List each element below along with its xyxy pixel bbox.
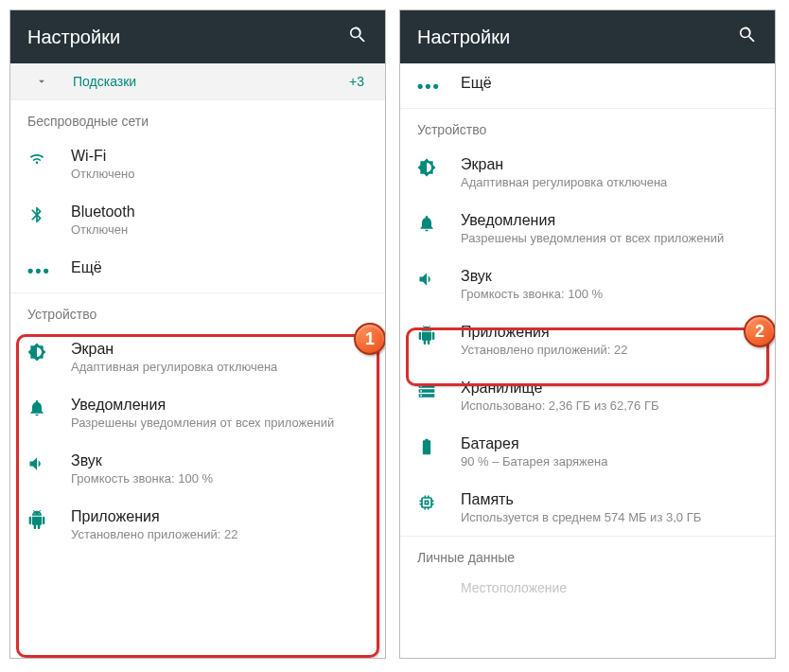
section-device: Устройство xyxy=(400,109,775,145)
display-title: Экран xyxy=(71,341,368,358)
brightness-icon xyxy=(27,341,61,362)
battery-icon xyxy=(417,435,451,456)
android-icon xyxy=(417,324,451,345)
storage-sub: Использовано: 2,36 ГБ из 62,76 ГБ xyxy=(461,398,758,413)
wifi-item[interactable]: Wi-Fi Отключено xyxy=(10,136,385,192)
wifi-sub: Отключено xyxy=(71,167,368,181)
chevron-down-icon xyxy=(31,75,52,88)
apps-title: Приложения xyxy=(71,508,368,525)
search-icon[interactable] xyxy=(347,25,368,49)
sound-sub: Громкость звонка: 100 % xyxy=(461,287,758,301)
battery-item[interactable]: Батарея 90 % – Батарея заряжена xyxy=(400,424,775,480)
display-item[interactable]: Экран Адаптивная регулировка отключена xyxy=(10,329,385,385)
storage-icon xyxy=(417,380,451,400)
hints-row[interactable]: Подсказки +3 xyxy=(10,63,385,100)
memory-icon xyxy=(417,491,451,512)
display-item[interactable]: Экран Адаптивная регулировка отключена xyxy=(400,145,775,201)
battery-title: Батарея xyxy=(461,435,758,452)
display-title: Экран xyxy=(461,156,758,173)
page-title: Настройки xyxy=(27,27,120,48)
badge-2: 2 xyxy=(744,315,775,347)
notifications-sub: Разрешены уведомления от всех приложений xyxy=(71,416,368,430)
notifications-title: Уведомления xyxy=(71,397,368,414)
hints-count: +3 xyxy=(349,74,364,89)
sound-title: Звук xyxy=(461,268,758,285)
more-title: Ещё xyxy=(461,75,758,92)
page-title: Настройки xyxy=(417,27,510,48)
memory-sub: Используется в среднем 574 МБ из 3,0 ГБ xyxy=(461,510,758,524)
apps-sub: Установлено приложений: 22 xyxy=(71,527,368,541)
bell-icon xyxy=(417,212,451,233)
storage-item[interactable]: Хранилище Использовано: 2,36 ГБ из 62,76… xyxy=(400,368,775,424)
more-icon: ••• xyxy=(27,259,61,281)
hints-label: Подсказки xyxy=(73,74,349,89)
more-icon: ••• xyxy=(417,75,451,97)
sound-item[interactable]: Звук Громкость звонка: 100 % xyxy=(400,256,775,312)
location-cutoff: Местоположение xyxy=(400,573,775,595)
more-title: Ещё xyxy=(71,259,368,276)
search-icon[interactable] xyxy=(737,25,758,49)
bluetooth-item[interactable]: Bluetooth Отключен xyxy=(10,192,385,248)
sound-title: Звук xyxy=(71,452,368,469)
wifi-title: Wi-Fi xyxy=(71,148,368,165)
apps-title: Приложения xyxy=(461,324,758,341)
display-sub: Адаптивная регулировка отключена xyxy=(71,360,368,374)
section-wireless: Беспроводные сети xyxy=(10,100,385,136)
settings-panel-right: Настройки ••• Ещё Устройство Экран xyxy=(399,9,776,659)
badge-1: 1 xyxy=(354,323,385,355)
display-sub: Адаптивная регулировка отключена xyxy=(461,175,758,189)
section-device: Устройство xyxy=(10,293,385,329)
notifications-sub: Разрешены уведомления от всех приложений xyxy=(461,231,758,245)
sound-sub: Громкость звонка: 100 % xyxy=(71,471,368,486)
settings-panel-left: Настройки Подсказки +3 Беспроводные сети xyxy=(9,9,386,659)
memory-item[interactable]: Память Используется в среднем 574 МБ из … xyxy=(400,480,775,536)
notifications-item[interactable]: Уведомления Разрешены уведомления от все… xyxy=(10,385,385,441)
app-bar: Настройки xyxy=(10,10,385,63)
bluetooth-title: Bluetooth xyxy=(71,203,368,221)
sound-item[interactable]: Звук Громкость звонка: 100 % xyxy=(10,441,385,497)
storage-title: Хранилище xyxy=(461,380,758,397)
apps-item[interactable]: Приложения Установлено приложений: 22 xyxy=(400,312,775,368)
bluetooth-icon xyxy=(27,203,61,224)
notifications-title: Уведомления xyxy=(461,212,758,229)
app-bar: Настройки xyxy=(400,10,775,63)
android-icon xyxy=(27,508,61,529)
apps-item[interactable]: Приложения Установлено приложений: 22 xyxy=(10,497,385,553)
more-item[interactable]: ••• Ещё xyxy=(10,248,385,292)
more-item[interactable]: ••• Ещё xyxy=(400,63,775,108)
wifi-icon xyxy=(27,148,61,168)
apps-sub: Установлено приложений: 22 xyxy=(461,343,758,357)
volume-icon xyxy=(417,268,451,289)
section-personal: Личные данные xyxy=(400,537,775,573)
bell-icon xyxy=(27,397,61,417)
bluetooth-sub: Отключен xyxy=(71,222,368,237)
memory-title: Память xyxy=(461,491,758,508)
volume-icon xyxy=(27,452,61,473)
battery-sub: 90 % – Батарея заряжена xyxy=(461,454,758,469)
notifications-item[interactable]: Уведомления Разрешены уведомления от все… xyxy=(400,201,775,256)
brightness-icon xyxy=(417,156,451,177)
